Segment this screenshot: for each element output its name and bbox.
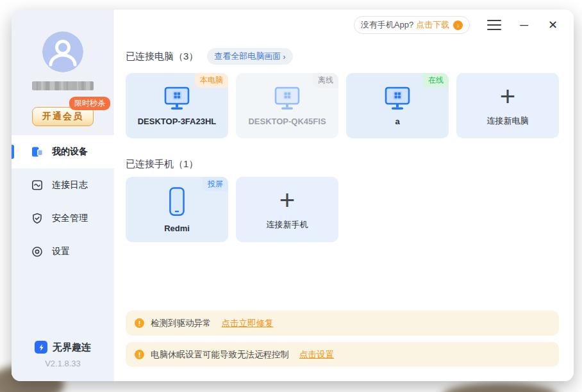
computer-name: DESKTOP-3FA23HL — [138, 117, 217, 126]
phone-card-redmi[interactable]: 投屏 Redmi — [126, 177, 228, 242]
chevron-right-icon: › — [283, 52, 285, 61]
app-window: 限时秒杀 开通会员 我的设备 连接日志 — [12, 10, 574, 381]
profile-section: 限时秒杀 开通会员 — [12, 10, 114, 135]
add-phone-label: 连接新手机 — [267, 219, 308, 231]
add-computer-label: 连接新电脑 — [487, 115, 529, 127]
titlebar: 没有手机App? 点击下载 ↓ ─ ✕ — [126, 16, 559, 34]
shield-check-icon — [31, 212, 44, 225]
close-button[interactable]: ✕ — [547, 19, 559, 31]
monitor-icon — [162, 86, 192, 111]
minimize-button[interactable]: ─ — [519, 19, 529, 31]
sidebar: 限时秒杀 开通会员 我的设备 连接日志 — [12, 10, 114, 381]
monitor-icon — [383, 86, 412, 111]
computers-section-header: 已连接电脑（3） 查看全部电脑画面 › — [126, 48, 559, 65]
warning-text: 电脑休眠设置可能导致无法远程控制 — [151, 349, 289, 361]
warning-icon: ! — [135, 318, 144, 328]
plus-icon: + — [500, 85, 516, 109]
status-badge: 投屏 — [203, 177, 228, 192]
sidebar-item-label: 设置 — [52, 246, 70, 257]
settings-icon — [31, 245, 44, 258]
sidebar-item-security[interactable]: 安全管理 — [12, 202, 114, 235]
phones-header-title: 已连接手机（1） — [126, 158, 198, 170]
notification-area: ! 检测到驱动异常 点击立即修复 ! 电脑休眠设置可能导致无法远程控制 点击设置 — [126, 311, 559, 367]
download-prompt: 没有手机App? — [361, 19, 413, 31]
plus-icon: + — [279, 188, 295, 213]
computers-header-title: 已连接电脑（3） — [126, 51, 198, 63]
add-phone-card[interactable]: + 连接新手机 — [236, 177, 338, 242]
sidebar-item-my-devices[interactable]: 我的设备 — [12, 135, 114, 168]
sidebar-menu: 我的设备 连接日志 安全管理 — [12, 135, 114, 381]
devices-icon — [31, 145, 44, 158]
app-logo-icon — [35, 341, 47, 354]
sidebar-item-connection-logs[interactable]: 连接日志 — [12, 168, 114, 202]
username-redacted — [32, 81, 94, 90]
avatar[interactable] — [42, 31, 83, 72]
download-icon: ↓ — [453, 20, 463, 30]
user-avatar-icon — [42, 31, 83, 72]
download-link[interactable]: 点击下载 — [416, 19, 449, 31]
driver-warning-banner: ! 检测到驱动异常 点击立即修复 — [126, 311, 559, 336]
sidebar-item-label: 我的设备 — [52, 146, 88, 158]
status-badge: 在线 — [423, 73, 449, 88]
flash-sale-badge: 限时秒杀 — [69, 97, 110, 110]
view-all-screens-button[interactable]: 查看全部电脑画面 › — [207, 48, 292, 65]
phone-cards-row: 投屏 Redmi + 连接新手机 — [126, 177, 559, 242]
monitor-icon — [272, 86, 302, 111]
status-badge: 本电脑 — [195, 73, 228, 88]
sidebar-item-settings[interactable]: 设置 — [12, 235, 114, 268]
add-computer-card[interactable]: + 连接新电脑 — [456, 73, 559, 138]
main-panel: 没有手机App? 点击下载 ↓ ─ ✕ 已连接电脑（3） 查看全部电脑画面 › … — [114, 10, 574, 381]
computer-name: a — [395, 117, 399, 126]
phone-icon — [164, 186, 190, 218]
phones-section-header: 已连接手机（1） — [126, 158, 559, 170]
warning-icon: ! — [135, 350, 144, 359]
computer-cards-row: 本电脑 DESKTOP-3FA23HL 离线 — [126, 73, 559, 138]
sleep-warning-banner: ! 电脑休眠设置可能导致无法远程控制 点击设置 — [126, 342, 559, 367]
sleep-settings-link[interactable]: 点击设置 — [299, 349, 334, 361]
fix-driver-link[interactable]: 点击立即修复 — [222, 318, 274, 329]
computer-card-online[interactable]: 在线 a — [346, 73, 449, 138]
status-badge: 离线 — [313, 73, 338, 88]
sidebar-item-label: 安全管理 — [52, 213, 88, 224]
app-version: V2.1.8.33 — [45, 359, 81, 368]
app-name: 无界趣连 — [53, 341, 91, 354]
sidebar-item-label: 连接日志 — [52, 179, 88, 191]
sidebar-footer: 无界趣连 V2.1.8.33 — [12, 341, 114, 381]
logs-icon — [31, 179, 44, 192]
view-all-label: 查看全部电脑画面 — [214, 51, 281, 62]
menu-button[interactable] — [487, 20, 501, 30]
computer-card-local[interactable]: 本电脑 DESKTOP-3FA23HL — [126, 73, 228, 138]
computer-card-offline[interactable]: 离线 DESKTOP-QK45FIS — [236, 73, 338, 138]
computer-name: DESKTOP-QK45FIS — [248, 117, 326, 126]
warning-text: 检测到驱动异常 — [151, 318, 212, 329]
rock-shape — [442, 383, 558, 392]
phone-name: Redmi — [164, 224, 190, 233]
download-app-button[interactable]: 没有手机App? 点击下载 ↓ — [354, 16, 470, 34]
